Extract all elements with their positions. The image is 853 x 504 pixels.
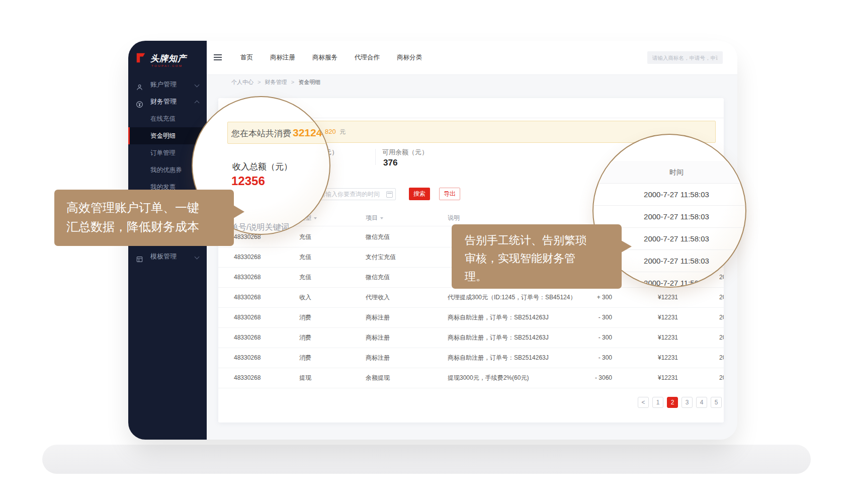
available-balance-value: 376 [383,158,397,168]
pagination-page-5[interactable]: 5 [711,397,722,408]
breadcrumb-current: 资金明细 [298,79,320,85]
brand-name: 头牌知产 [150,53,187,64]
lens-banner-text: 您在本站共消费32124元 [231,122,330,144]
chevron-down-icon [195,255,200,260]
sort-caret-icon [380,217,383,219]
table-row: 48330268 消费 商标注册 商标自助注册，订单号：SB2514263J -… [218,308,724,328]
export-button[interactable]: 导出 [439,188,460,200]
stats-divider [375,149,376,165]
callout-right: 告别手工统计、告别繁琐 审核，实现智能财务管 理。 [452,224,622,289]
time-filter-input[interactable] [315,188,396,200]
breadcrumb-personal-center[interactable]: 个人中心 [231,79,253,85]
brand-logo[interactable]: 头牌知产 TOUPAI.COM [135,51,202,72]
sidebar-item-account[interactable]: 账户管理 [128,76,207,93]
calendar-icon[interactable] [386,191,393,198]
brand-tagline: TOUPAI.COM [151,64,183,67]
nav-item-trademark-register[interactable]: 商标注册 [270,53,295,62]
table-row: 48330268 消费 商标注册 商标自助注册，订单号：SB2514263J -… [218,328,724,348]
callout-left: 高效管理账户订单、一键 汇总数据，降低财务成本 [54,190,234,246]
nav-item-agency[interactable]: 代理合作 [355,53,380,62]
lens-time-header: 时间 [593,161,745,183]
pagination-page-4[interactable]: 4 [696,397,707,408]
lens-time-value: 2000-7-27 11:58:03 [593,184,745,206]
breadcrumb: 个人中心 > 财务管理 > 资金明细 [231,78,320,86]
sidebar-item-templates[interactable]: 模板管理 [128,248,207,265]
income-total-label: 收入总额（元） [232,161,292,173]
chevron-up-icon [195,101,200,106]
search-button[interactable]: 搜索 [409,188,430,200]
header-desc: 说明 [448,210,460,226]
pagination: < 1 2 3 4 5 [638,397,722,408]
header-project[interactable]: 项目 [366,210,383,226]
laptop-base [42,445,811,474]
table-row: 48330268 提现 余额提现 提现3000元，手续费2%(60元) - 30… [218,368,724,388]
nav-item-home[interactable]: 首页 [240,53,253,62]
pagination-page-3[interactable]: 3 [681,397,693,408]
consumption-amount: 820 [325,121,336,142]
sidebar-item-fund-details[interactable]: 资金明细 [128,127,207,144]
hamburger-menu-icon[interactable] [214,54,222,61]
income-total-value: 12356 [231,174,265,188]
pagination-page-1[interactable]: 1 [652,397,663,408]
template-icon [136,253,143,270]
nav-item-trademark-services[interactable]: 商标服务 [312,53,337,62]
top-navbar: 首页 商标注册 商标服务 代理合作 商标分类 [207,41,737,75]
sidebar-item-finance[interactable]: 财务管理 [128,93,207,110]
pagination-prev[interactable]: < [638,397,649,408]
page: 头牌知产 TOUPAI.COM 账户管理 [0,0,853,504]
chevron-down-icon [195,82,200,88]
main-nav: 首页 商标注册 商标服务 代理合作 商标分类 [240,41,422,74]
trademark-search-input[interactable] [647,51,723,64]
sort-caret-icon [314,217,317,219]
table-row: 48330268 消费 商标注册 商标自助注册，订单号：SB2514263J -… [218,348,724,368]
breadcrumb-finance[interactable]: 财务管理 [265,79,287,85]
pagination-page-2[interactable]: 2 [667,397,678,408]
nav-item-trademark-classes[interactable]: 商标分类 [397,53,422,62]
sidebar-item-online-recharge[interactable]: 在线充值 [128,110,207,127]
table-row: 48330268 收入 代理收入 代理提成300元（ID:1245，订单号：SB… [218,288,724,308]
lens-consumption-value: 32124 [293,127,322,138]
available-balance-label: 可用余额（元） [382,148,428,157]
